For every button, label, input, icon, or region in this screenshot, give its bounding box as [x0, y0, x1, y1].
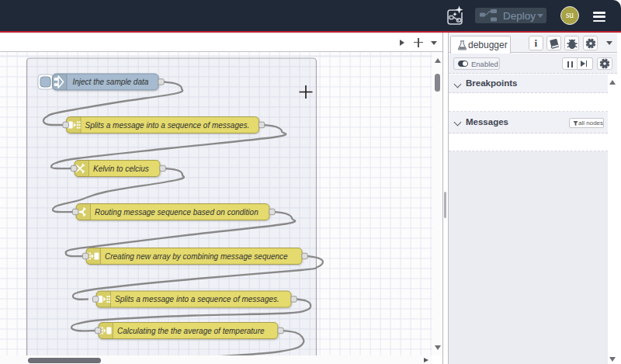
- svg-text:Splits a message into a sequen: Splits a message into a sequence of mess…: [115, 295, 279, 303]
- svg-text:Creating new array by combinin: Creating new array by combining message …: [105, 252, 288, 261]
- svg-text:Splits a message into a sequen: Splits a message into a sequence of mess…: [85, 121, 250, 130]
- svg-text:Calculating the the average of: Calculating the the average of temperatu…: [117, 327, 265, 335]
- svg-text:Inject the sample data: Inject the sample data: [73, 78, 149, 86]
- svg-text:Kelvin to celcius: Kelvin to celcius: [93, 165, 149, 173]
- svg-text:Routing message sequence based: Routing message sequence based on condit…: [95, 208, 258, 217]
